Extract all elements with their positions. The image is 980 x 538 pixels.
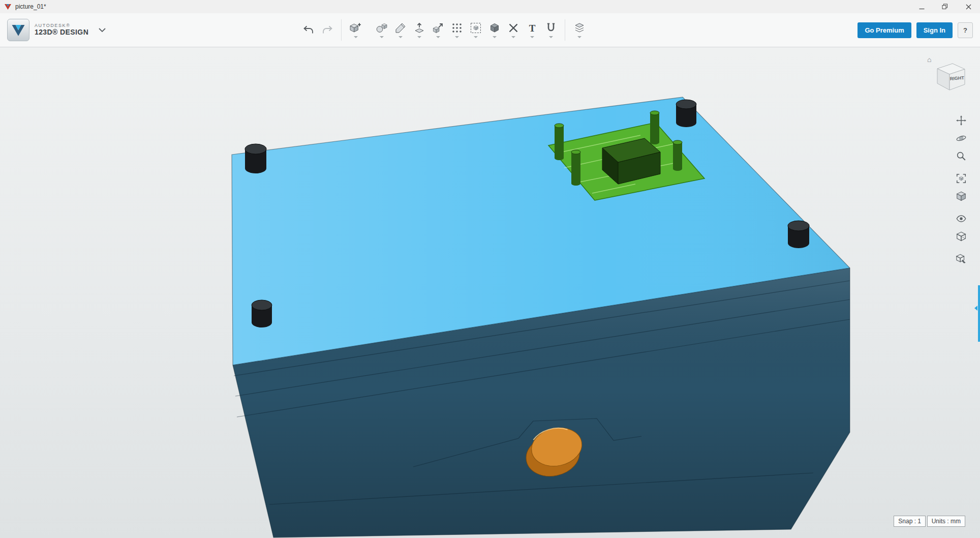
view-cube-face-label[interactable]: RIGHT bbox=[950, 75, 964, 81]
text-tool-button[interactable]: T bbox=[523, 16, 541, 44]
pillar-top[interactable] bbox=[650, 111, 659, 115]
view-cube-body[interactable]: RIGHT bbox=[937, 64, 965, 90]
text-icon: T bbox=[526, 22, 538, 34]
modify-tool-button[interactable] bbox=[428, 16, 447, 44]
combine-tool-button[interactable] bbox=[485, 16, 504, 44]
measure-tool-button[interactable] bbox=[504, 16, 523, 44]
outline-display-icon bbox=[956, 253, 967, 264]
redo-button[interactable] bbox=[318, 16, 336, 44]
dropdown-caret-icon bbox=[549, 36, 553, 38]
pattern-tool-button[interactable] bbox=[447, 16, 466, 44]
grouping-tool-button[interactable] bbox=[466, 16, 485, 44]
sketch-icon bbox=[394, 22, 407, 34]
viewport-scrollbar[interactable] bbox=[978, 285, 980, 342]
pillar-side[interactable] bbox=[555, 126, 564, 160]
account-actions: Go Premium Sign In ? bbox=[852, 22, 973, 38]
grouping-icon bbox=[470, 22, 482, 34]
restore-icon bbox=[942, 4, 948, 10]
help-button[interactable]: ? bbox=[958, 22, 973, 38]
measure-icon bbox=[507, 22, 519, 34]
zoom-button[interactable] bbox=[955, 150, 968, 162]
pcb-pillar[interactable] bbox=[555, 124, 564, 160]
corner-peg[interactable] bbox=[788, 221, 809, 248]
shaded-view-icon bbox=[956, 191, 967, 202]
peg-top[interactable] bbox=[252, 300, 272, 310]
sphere-primitive-tool-button[interactable] bbox=[372, 16, 391, 44]
pillar-top[interactable] bbox=[571, 150, 580, 154]
material-icon bbox=[573, 22, 586, 34]
dropdown-caret-icon bbox=[455, 36, 459, 38]
dropdown-caret-icon bbox=[530, 36, 534, 38]
units-setting[interactable]: Units : mm bbox=[927, 516, 965, 527]
dropdown-caret-icon bbox=[380, 36, 384, 38]
sphere-primitive-icon bbox=[376, 22, 388, 34]
fit-view-button[interactable] bbox=[955, 172, 968, 185]
zoom-icon bbox=[956, 151, 967, 162]
app-brand: AUTODESK® 123D® DESIGN bbox=[7, 19, 167, 41]
dropdown-caret-icon bbox=[399, 36, 403, 38]
dropdown-caret-icon bbox=[436, 36, 440, 38]
modify-icon bbox=[432, 22, 444, 34]
app-icon bbox=[4, 3, 12, 10]
undo-icon bbox=[302, 24, 315, 36]
title-bar: picture_01* bbox=[0, 0, 980, 13]
view-cube[interactable]: ⌂ RIGHT bbox=[924, 53, 971, 100]
visibility-button[interactable] bbox=[955, 213, 968, 225]
undo-button[interactable] bbox=[299, 16, 318, 44]
outline-display-button[interactable] bbox=[955, 253, 968, 265]
orbit-button[interactable] bbox=[955, 132, 968, 144]
svg-text:T: T bbox=[529, 23, 536, 34]
shaded-view-button[interactable] bbox=[955, 190, 968, 202]
pillar-top[interactable] bbox=[673, 140, 682, 144]
peg-top[interactable] bbox=[676, 100, 696, 109]
snap-tool-button[interactable] bbox=[541, 16, 560, 44]
close-button[interactable] bbox=[957, 0, 980, 13]
fit-view-icon bbox=[956, 173, 967, 184]
sketch-tool-button[interactable] bbox=[391, 16, 410, 44]
dropdown-caret-icon bbox=[493, 36, 497, 38]
dropdown-caret-icon bbox=[417, 36, 421, 38]
window-title: picture_01* bbox=[15, 3, 46, 10]
minimize-button[interactable] bbox=[910, 0, 933, 13]
corner-peg[interactable] bbox=[245, 144, 266, 173]
collapse-handle-icon[interactable] bbox=[974, 306, 977, 311]
construct-tool-button[interactable] bbox=[410, 16, 428, 44]
pcb-pillar[interactable] bbox=[650, 111, 659, 144]
orbit-icon bbox=[956, 133, 967, 144]
dropdown-caret-icon bbox=[354, 36, 358, 38]
app-menu-chevron-icon[interactable] bbox=[99, 28, 106, 33]
primitives-icon bbox=[350, 22, 362, 34]
corner-peg[interactable] bbox=[252, 300, 272, 327]
toolbar-separator bbox=[565, 19, 565, 41]
redo-icon bbox=[321, 24, 333, 36]
pillar-side[interactable] bbox=[571, 152, 580, 186]
go-premium-button[interactable]: Go Premium bbox=[858, 22, 911, 38]
pcb-pillar[interactable] bbox=[571, 150, 580, 186]
minimize-icon bbox=[919, 4, 925, 10]
app-logo-icon bbox=[7, 19, 29, 41]
pcb-pillar[interactable] bbox=[673, 140, 682, 171]
close-icon bbox=[966, 4, 971, 10]
home-view-icon[interactable]: ⌂ bbox=[927, 55, 931, 64]
corner-peg[interactable] bbox=[676, 100, 696, 127]
brand-product-label: 123D® DESIGN bbox=[35, 28, 88, 36]
visibility-icon bbox=[956, 213, 967, 224]
snap-setting[interactable]: Snap : 1 bbox=[894, 516, 926, 527]
primitives-tool-button[interactable] bbox=[346, 16, 365, 44]
combine-icon bbox=[488, 22, 501, 34]
material-tool-button[interactable] bbox=[570, 16, 589, 44]
hidden-edges-button[interactable] bbox=[955, 230, 968, 243]
pillar-side[interactable] bbox=[673, 142, 682, 171]
restore-button[interactable] bbox=[933, 0, 957, 13]
pan-icon bbox=[956, 115, 967, 126]
sign-in-button[interactable]: Sign In bbox=[916, 22, 953, 38]
box-body[interactable] bbox=[232, 97, 850, 537]
pillar-side[interactable] bbox=[650, 113, 659, 144]
viewport-canvas[interactable] bbox=[0, 47, 980, 538]
dropdown-caret-icon bbox=[511, 36, 515, 38]
peg-top[interactable] bbox=[788, 221, 809, 231]
3d-viewport[interactable]: ⌂ RIGHT bbox=[0, 47, 980, 538]
pillar-top[interactable] bbox=[555, 124, 564, 128]
peg-top[interactable] bbox=[245, 144, 266, 154]
pan-button[interactable] bbox=[955, 114, 968, 127]
